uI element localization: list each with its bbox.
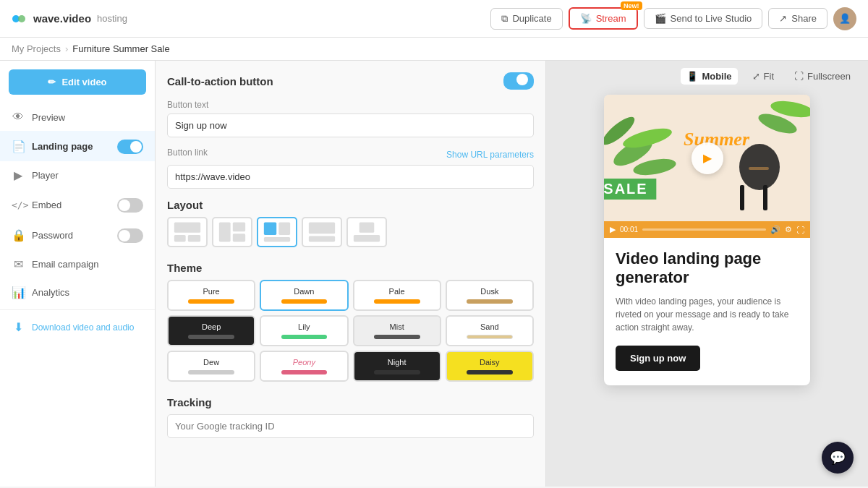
theme-pale-swatch bbox=[374, 299, 420, 304]
svg-rect-24 bbox=[740, 185, 744, 210]
theme-dawn[interactable]: Dawn bbox=[260, 280, 348, 311]
header-left: wave.video hosting bbox=[12, 10, 127, 27]
theme-dusk[interactable]: Dusk bbox=[446, 280, 534, 311]
landing-page-toggle-btn[interactable] bbox=[117, 140, 143, 154]
theme-daisy-swatch bbox=[467, 370, 513, 374]
sidebar: ✏ Edit video 👁 Preview 📄 Landing page ▶ … bbox=[0, 61, 156, 487]
edit-video-button[interactable]: ✏ Edit video bbox=[9, 69, 146, 95]
breadcrumb-parent[interactable]: My Projects bbox=[12, 43, 61, 54]
sidebar-item-label: Preview bbox=[32, 112, 65, 123]
theme-pale-label: Pale bbox=[359, 287, 435, 296]
svg-rect-14 bbox=[354, 235, 380, 241]
theme-section: Theme Pure Dawn Pale bbox=[167, 262, 534, 382]
progress-bar bbox=[642, 228, 766, 231]
sidebar-item-download[interactable]: ⬇ Download video and audio bbox=[0, 313, 155, 341]
preview-icon: 👁 bbox=[12, 111, 25, 124]
theme-peony[interactable]: Peony bbox=[260, 351, 348, 382]
play-icon[interactable]: ▶ bbox=[610, 225, 616, 234]
wave-video-logo-icon bbox=[12, 10, 29, 27]
video-container: Summer ▶ SALE ▶ 00:01 � bbox=[604, 95, 810, 238]
header-buttons: ⧉ Duplicate 📡 Stream New! 🎬 Send to Live… bbox=[490, 7, 856, 30]
sidebar-item-password[interactable]: 🔒 Password bbox=[0, 220, 155, 250]
fit-preview-btn[interactable]: ⤢ Fit bbox=[746, 68, 780, 85]
password-toggle-btn[interactable] bbox=[117, 228, 143, 243]
live-studio-icon: 🎬 bbox=[655, 13, 666, 24]
google-tracking-input[interactable] bbox=[167, 414, 534, 438]
theme-peony-swatch bbox=[281, 370, 328, 374]
theme-daisy[interactable]: Daisy bbox=[446, 351, 534, 382]
layout-option-4[interactable] bbox=[302, 217, 342, 247]
user-avatar[interactable]: 👤 bbox=[833, 7, 856, 30]
cta-title: Call-to-action button bbox=[167, 75, 273, 87]
sidebar-item-email-campaign[interactable]: ✉ Email campaign bbox=[0, 250, 155, 278]
sidebar-item-preview[interactable]: 👁 Preview bbox=[0, 103, 155, 131]
sidebar-item-landing-page[interactable]: 📄 Landing page bbox=[0, 131, 155, 161]
theme-dusk-swatch bbox=[467, 299, 513, 304]
theme-pure-swatch bbox=[188, 299, 234, 304]
duplicate-button[interactable]: ⧉ Duplicate bbox=[490, 8, 562, 30]
layout-option-5[interactable] bbox=[346, 217, 387, 247]
breadcrumb-current: Furniture Summer Sale bbox=[72, 43, 169, 54]
tracking-section: Tracking bbox=[167, 396, 534, 438]
theme-pure[interactable]: Pure bbox=[167, 280, 255, 311]
embed-toggle[interactable] bbox=[117, 197, 143, 213]
mobile-preview-btn[interactable]: 📱 Mobile bbox=[681, 68, 737, 85]
theme-dawn-label: Dawn bbox=[265, 287, 342, 296]
button-link-row: Button link Show URL parameters bbox=[167, 147, 534, 161]
button-link-input[interactable] bbox=[167, 165, 534, 189]
preview-area: 📱 Mobile ⤢ Fit ⛶ Fullscreen bbox=[546, 61, 868, 487]
password-toggle[interactable] bbox=[117, 227, 143, 243]
expand-icon[interactable]: ⛶ bbox=[796, 226, 804, 234]
cta-preview-button[interactable]: Sign up now bbox=[616, 346, 700, 371]
svg-rect-12 bbox=[309, 236, 335, 242]
theme-deep-label: Deep bbox=[173, 322, 250, 331]
show-url-params[interactable]: Show URL parameters bbox=[446, 150, 534, 160]
theme-mist-label: Mist bbox=[359, 322, 435, 331]
theme-mist[interactable]: Mist bbox=[353, 315, 441, 346]
sidebar-item-player[interactable]: ▶ Player bbox=[0, 161, 155, 189]
svg-rect-2 bbox=[174, 223, 200, 233]
theme-pale[interactable]: Pale bbox=[353, 280, 441, 311]
sidebar-item-analytics[interactable]: 📊 Analytics bbox=[0, 278, 155, 307]
theme-sand[interactable]: Sand bbox=[446, 315, 534, 346]
theme-sand-label: Sand bbox=[451, 322, 528, 331]
logo-text: wave.video bbox=[33, 12, 91, 25]
theme-dew-swatch bbox=[188, 370, 234, 374]
theme-lily[interactable]: Lily bbox=[260, 315, 348, 346]
fullscreen-preview-btn[interactable]: ⛶ Fullscreen bbox=[788, 68, 856, 85]
theme-night[interactable]: Night bbox=[353, 351, 441, 382]
theme-daisy-label: Daisy bbox=[451, 358, 528, 367]
theme-lily-swatch bbox=[281, 335, 328, 339]
settings-icon[interactable]: ⚙ bbox=[785, 225, 792, 234]
landing-content: Video landing page generator With video … bbox=[604, 238, 810, 385]
layout-option-2[interactable] bbox=[212, 217, 252, 247]
share-button[interactable]: ↗ Share bbox=[768, 8, 827, 29]
send-to-live-button[interactable]: 🎬 Send to Live Studio bbox=[644, 8, 763, 29]
stream-button[interactable]: 📡 Stream New! bbox=[569, 7, 638, 30]
button-link-label: Button link bbox=[167, 147, 208, 158]
svg-rect-5 bbox=[219, 223, 231, 242]
layout-option-3[interactable] bbox=[257, 217, 297, 247]
svg-rect-9 bbox=[278, 223, 290, 235]
password-icon: 🔒 bbox=[12, 228, 25, 242]
sidebar-item-embed[interactable]: </> Embed bbox=[0, 189, 155, 220]
embed-toggle-btn[interactable] bbox=[117, 198, 143, 213]
video-play-button[interactable]: ▶ bbox=[692, 142, 723, 174]
svg-rect-13 bbox=[359, 223, 375, 233]
button-text-input[interactable] bbox=[167, 114, 534, 137]
volume-icon[interactable]: 🔊 bbox=[770, 225, 780, 234]
sidebar-item-label: Password bbox=[32, 230, 73, 241]
button-text-label: Button text bbox=[167, 100, 534, 110]
theme-dew[interactable]: Dew bbox=[167, 351, 255, 382]
breadcrumb-separator: › bbox=[65, 43, 68, 54]
sidebar-item-label: Player bbox=[32, 170, 59, 181]
landing-page-toggle[interactable] bbox=[117, 138, 143, 154]
chat-bubble[interactable]: 💬 bbox=[822, 442, 854, 474]
layout-option-1[interactable] bbox=[167, 217, 208, 247]
theme-deep[interactable]: Deep bbox=[167, 315, 255, 346]
theme-night-label: Night bbox=[359, 358, 435, 367]
tracking-title: Tracking bbox=[167, 396, 534, 408]
cta-toggle[interactable] bbox=[503, 72, 534, 90]
sidebar-item-label: Analytics bbox=[32, 287, 69, 298]
svg-rect-3 bbox=[174, 235, 186, 241]
